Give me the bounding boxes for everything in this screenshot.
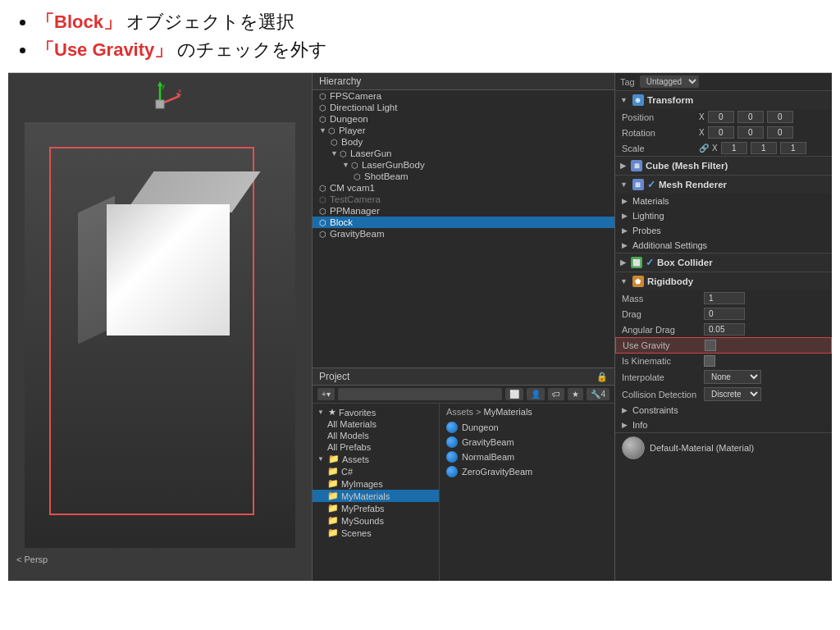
box-collider-section: ▶ ⬜ ✓ Box Collider: [615, 253, 832, 272]
use-gravity-label: Use Gravity: [623, 340, 705, 350]
info-row[interactable]: ▶ Info: [615, 418, 832, 432]
asset-item-zerogravitybeam[interactable]: ZeroGravityBeam: [446, 464, 608, 479]
use-gravity-checkbox[interactable]: [705, 340, 716, 351]
scale-values: 🔗 X: [699, 142, 806, 154]
is-kinematic-row: Is Kinematic: [615, 354, 832, 368]
rot-z-input[interactable]: [767, 126, 793, 139]
constraints-row[interactable]: ▶ Constraints: [615, 403, 832, 418]
scale-z-input[interactable]: [780, 142, 806, 154]
project-tree-item-mysounds[interactable]: 📁MySounds: [313, 514, 439, 527]
pos-x-input[interactable]: [708, 111, 734, 123]
project-tree-item-myimages[interactable]: 📁MyImages: [313, 477, 439, 490]
project-add-button[interactable]: +▾: [317, 388, 335, 400]
viewport[interactable]: y x < Persp: [8, 73, 312, 581]
hierarchy-item-ppmanager[interactable]: ⬡PPManager: [313, 205, 614, 217]
project-tree-item-all-models[interactable]: All Models: [313, 430, 439, 441]
pos-z-input[interactable]: [767, 111, 793, 123]
project-icons: 🔒: [596, 372, 608, 382]
mass-label: Mass: [622, 294, 704, 304]
project-tree-item-scenes[interactable]: 📁Scenes: [313, 527, 439, 539]
rigidbody-header[interactable]: ▼ ⬟ Rigidbody: [615, 272, 832, 290]
hierarchy-item-body[interactable]: ⬡Body: [313, 136, 614, 148]
mesh-renderer-header[interactable]: ▼ ⊞ ✓ Mesh Renderer: [615, 176, 832, 194]
mass-input[interactable]: [704, 292, 745, 304]
constraints-label: Constraints: [632, 405, 678, 415]
project-tree-item-assets[interactable]: ▼📁Assets: [313, 453, 439, 465]
hierarchy-item-label: Body: [341, 137, 363, 147]
interpolate-select[interactable]: None: [704, 370, 761, 384]
hierarchy-item-icon: ⬡: [319, 92, 326, 101]
collision-detection-select[interactable]: Discrete: [704, 387, 761, 401]
tree-label: MyPrefabs: [341, 504, 385, 514]
asset-item-dungeon[interactable]: Dungeon: [446, 420, 608, 435]
asset-item-gravitybeam[interactable]: GravityBeam: [446, 435, 608, 450]
3d-block: [74, 171, 221, 336]
mass-row: Mass: [615, 290, 832, 306]
hierarchy-item-label: CM vcam1: [330, 183, 375, 193]
project-toolbar[interactable]: +▾ ⬜ 👤 🏷 ★ 🔧4: [313, 386, 614, 404]
instruction-1-text: オブジェクトを選択: [121, 11, 294, 32]
hierarchy-item-label: TestCamera: [330, 194, 381, 204]
project-tree-item-all-prefabs[interactable]: All Prefabs: [313, 441, 439, 453]
constraints-arrow: ▶: [622, 406, 628, 414]
interpolate-row: Interpolate None: [615, 368, 832, 386]
box-collider-header[interactable]: ▶ ⬜ ✓ Box Collider: [615, 253, 832, 272]
hierarchy-item-player[interactable]: ▼⬡Player: [313, 125, 614, 136]
additional-settings-sub-header[interactable]: ▶ Additional Settings: [615, 238, 832, 253]
mesh-filter-section: ▶ ⊞ Cube (Mesh Filter): [615, 157, 832, 176]
hierarchy-item-testcamera[interactable]: ⬡TestCamera: [313, 194, 614, 205]
instructions-area: 「Block」 オブジェクトを選択 「Use Gravity」 のチェックを外す: [0, 0, 840, 72]
hierarchy-item-icon: ⬡: [319, 115, 326, 124]
drag-label: Drag: [622, 309, 704, 319]
hierarchy-item-lasergun[interactable]: ▼⬡LaserGun: [313, 148, 614, 159]
project-tree-item-favorites[interactable]: ▼★Favorites: [313, 406, 439, 418]
project-tree-item-mymaterials[interactable]: 📁MyMaterials: [313, 490, 439, 502]
project-filter-btn5[interactable]: 🔧4: [587, 388, 609, 400]
asset-sphere: [446, 451, 458, 463]
is-kinematic-label: Is Kinematic: [622, 356, 704, 366]
angular-drag-input[interactable]: [704, 323, 745, 336]
drag-input[interactable]: [704, 308, 745, 320]
tag-select[interactable]: Untagged: [640, 75, 699, 88]
mesh-filter-header[interactable]: ▶ ⊞ Cube (Mesh Filter): [615, 157, 832, 175]
hierarchy-item-shotbeam[interactable]: ⬡ShotBeam: [313, 171, 614, 182]
scale-link-icon: 🔗: [699, 144, 709, 153]
project-filter-btn4[interactable]: ★: [568, 388, 583, 400]
rot-x-input[interactable]: [708, 126, 734, 139]
hierarchy-item-dungeon[interactable]: ⬡Dungeon: [313, 113, 614, 125]
project-tree: ▼★FavoritesAll MaterialsAll ModelsAll Pr…: [313, 404, 440, 581]
project-tree-item-all-materials[interactable]: All Materials: [313, 418, 439, 430]
is-kinematic-checkbox[interactable]: [704, 355, 715, 367]
asset-item-normalbeam[interactable]: NormalBeam: [446, 450, 608, 464]
probes-sub-header[interactable]: ▶ Probes: [615, 223, 832, 238]
tree-arrow: ▼: [317, 455, 324, 463]
scale-y-input[interactable]: [751, 142, 777, 154]
inspector-panel: Tag Untagged ▼ ⊕ Transform Position X: [615, 73, 832, 581]
asset-name: NormalBeam: [462, 452, 514, 462]
hierarchy-item-fpscamera[interactable]: ⬡FPSCamera: [313, 90, 614, 102]
position-row: Position X: [615, 109, 832, 125]
rot-y-input[interactable]: [737, 126, 764, 139]
project-tree-item-c#[interactable]: 📁C#: [313, 465, 439, 477]
project-filter-btn3[interactable]: 🏷: [548, 388, 564, 400]
project-search-input[interactable]: [338, 388, 503, 400]
hierarchy-item-cm-vcam1[interactable]: ⬡CM vcam1: [313, 182, 614, 194]
hierarchy-item-directional-light[interactable]: ⬡Directional Light: [313, 102, 614, 113]
hierarchy-item-gravitybeam[interactable]: ⬡GravityBeam: [313, 228, 614, 240]
hierarchy-item-block[interactable]: ⬡Block: [313, 217, 614, 228]
project-filter-btn1[interactable]: ⬜: [505, 388, 523, 400]
lighting-sub-header[interactable]: ▶ Lighting: [615, 208, 832, 223]
project-filter-btn2[interactable]: 👤: [527, 388, 545, 400]
hierarchy-item-icon: ⬡: [319, 207, 326, 216]
lighting-label: Lighting: [632, 211, 664, 221]
transform-header[interactable]: ▼ ⊕ Transform: [615, 91, 832, 109]
scale-x-input[interactable]: [721, 142, 747, 154]
hierarchy-item-lasergunbody[interactable]: ▼⬡LaserGunBody: [313, 159, 614, 171]
materials-label: Materials: [632, 196, 669, 206]
mesh-renderer-section: ▼ ⊞ ✓ Mesh Renderer ▶ Materials ▶ Lighti…: [615, 176, 832, 253]
block-front-face: [107, 204, 230, 336]
project-tree-item-myprefabs[interactable]: 📁MyPrefabs: [313, 502, 439, 514]
rigidbody-icon: ⬟: [632, 276, 644, 287]
materials-sub-header[interactable]: ▶ Materials: [615, 194, 832, 208]
pos-y-input[interactable]: [737, 111, 764, 123]
